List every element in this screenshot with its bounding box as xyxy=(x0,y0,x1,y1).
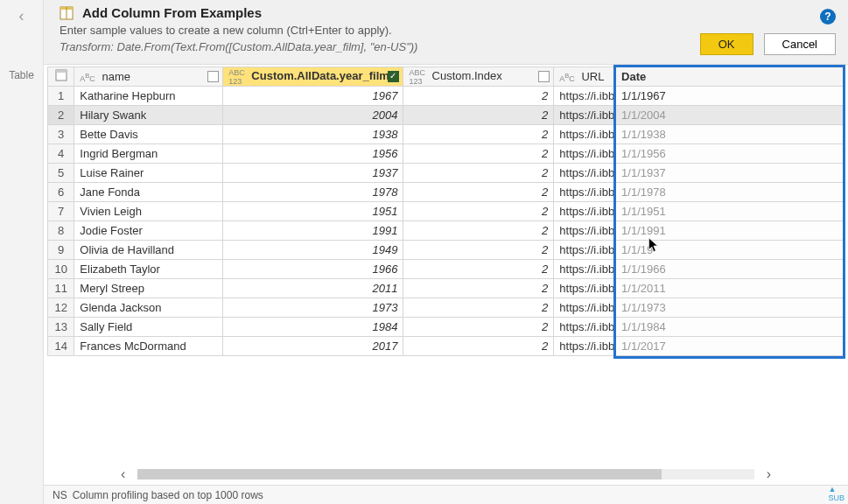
row-number-header[interactable] xyxy=(48,67,74,87)
cell-date[interactable]: 1/1/1938 xyxy=(616,125,844,144)
cell-date[interactable]: 1/1/2011 xyxy=(616,279,844,298)
cell-year[interactable]: 2011 xyxy=(223,279,403,298)
scroll-thumb[interactable] xyxy=(137,469,662,480)
table-row[interactable]: 5Luise Rainer19372https://i.ibb1/1/1937 xyxy=(48,164,844,183)
ok-button[interactable]: OK xyxy=(700,33,753,55)
cell-year[interactable]: 1949 xyxy=(223,241,403,260)
cell-name[interactable]: Bette Davis xyxy=(74,125,223,144)
table-row[interactable]: 6Jane Fonda19782https://i.ibb1/1/1978 xyxy=(48,183,844,202)
cell-url[interactable]: https://i.ibb xyxy=(554,241,616,260)
cell-index[interactable]: 2 xyxy=(403,318,554,337)
row-number[interactable]: 2 xyxy=(48,106,74,125)
cell-date[interactable]: 1/1/1967 xyxy=(616,87,844,106)
row-number[interactable]: 3 xyxy=(48,125,74,144)
cell-url[interactable]: https://i.ibb xyxy=(554,87,616,106)
row-number[interactable]: 11 xyxy=(48,279,74,298)
cell-url[interactable]: https://i.ibb xyxy=(554,298,616,318)
cell-index[interactable]: 2 xyxy=(403,337,554,356)
cell-date[interactable]: 1/1/19 xyxy=(616,241,844,260)
cell-year[interactable]: 2017 xyxy=(223,337,403,356)
column-checkbox-checked[interactable] xyxy=(388,71,399,82)
horizontal-scrollbar[interactable]: ‹ › xyxy=(44,464,848,485)
cell-date[interactable]: 1/1/1966 xyxy=(616,260,844,279)
table-row[interactable]: 7Vivien Leigh19512https://i.ibb1/1/1951 xyxy=(48,202,844,221)
cell-index[interactable]: 2 xyxy=(403,164,554,183)
cell-url[interactable]: https://i.ibb xyxy=(554,125,616,144)
cell-url[interactable]: https://i.ibb xyxy=(554,164,616,183)
column-header-url[interactable]: ABC URL xyxy=(554,67,616,87)
row-number[interactable]: 13 xyxy=(48,318,74,337)
cell-index[interactable]: 2 xyxy=(403,87,554,106)
cell-name[interactable]: Frances McDormand xyxy=(74,337,223,356)
cell-year[interactable]: 1956 xyxy=(223,144,403,164)
table-row[interactable]: 8Jodie Foster19912https://i.ibb1/1/1991 xyxy=(48,221,844,241)
cell-date[interactable]: 1/1/1951 xyxy=(616,202,844,221)
column-header-name[interactable]: ABC name xyxy=(74,67,223,87)
cell-index[interactable]: 2 xyxy=(403,106,554,125)
table-row[interactable]: 11Meryl Streep20112https://i.ibb1/1/2011 xyxy=(48,279,844,298)
cell-year[interactable]: 1937 xyxy=(223,164,403,183)
cell-url[interactable]: https://i.ibb xyxy=(554,144,616,164)
row-number[interactable]: 8 xyxy=(48,221,74,241)
cell-name[interactable]: Ingrid Bergman xyxy=(74,144,223,164)
column-checkbox[interactable] xyxy=(538,71,550,82)
cell-name[interactable]: Vivien Leigh xyxy=(74,202,223,221)
cell-date[interactable]: 1/1/1937 xyxy=(616,164,844,183)
table-row[interactable]: 12Glenda Jackson19732https://i.ibb1/1/19… xyxy=(48,298,844,318)
table-row[interactable]: 4Ingrid Bergman19562https://i.ibb1/1/195… xyxy=(48,144,844,164)
cell-year[interactable]: 1967 xyxy=(223,87,403,106)
table-row[interactable]: 9Olivia de Havilland19492https://i.ibb1/… xyxy=(48,241,844,260)
row-number[interactable]: 1 xyxy=(48,87,74,106)
cell-url[interactable]: https://i.ibb xyxy=(554,183,616,202)
cell-date[interactable]: 1/1/1978 xyxy=(616,183,844,202)
cell-index[interactable]: 2 xyxy=(403,183,554,202)
table-row[interactable]: 10Elizabeth Taylor19662https://i.ibb1/1/… xyxy=(48,260,844,279)
back-icon[interactable]: ‹ xyxy=(19,7,25,25)
cell-year[interactable]: 1973 xyxy=(223,298,403,318)
cell-year[interactable]: 1951 xyxy=(223,202,403,221)
column-header-year-film[interactable]: ABC123 Custom.AllData.year_film xyxy=(223,67,403,87)
cell-url[interactable]: https://i.ibb xyxy=(554,337,616,356)
cell-index[interactable]: 2 xyxy=(403,260,554,279)
cell-date[interactable]: 1/1/1984 xyxy=(616,318,844,337)
column-header-date[interactable]: Date xyxy=(616,67,844,87)
cell-date[interactable]: 1/1/1973 xyxy=(616,298,844,318)
scroll-right-icon[interactable]: › xyxy=(760,466,778,482)
cell-date[interactable]: 1/1/1991 xyxy=(616,221,844,241)
row-number[interactable]: 10 xyxy=(48,260,74,279)
cell-name[interactable]: Hilary Swank xyxy=(74,106,223,125)
cell-date[interactable]: 1/1/2004 xyxy=(616,106,844,125)
column-checkbox[interactable] xyxy=(207,71,219,82)
cell-name[interactable]: Glenda Jackson xyxy=(74,298,223,318)
row-number[interactable]: 14 xyxy=(48,337,74,356)
cell-name[interactable]: Olivia de Havilland xyxy=(74,241,223,260)
row-number[interactable]: 12 xyxy=(48,298,74,318)
cell-index[interactable]: 2 xyxy=(403,221,554,241)
cell-url[interactable]: https://i.ibb xyxy=(554,106,616,125)
cell-name[interactable]: Elizabeth Taylor xyxy=(74,260,223,279)
cell-name[interactable]: Meryl Streep xyxy=(74,279,223,298)
row-number[interactable]: 4 xyxy=(48,144,74,164)
cell-index[interactable]: 2 xyxy=(403,202,554,221)
cell-year[interactable]: 1984 xyxy=(223,318,403,337)
help-icon[interactable]: ? xyxy=(820,9,836,24)
cell-year[interactable]: 1978 xyxy=(223,183,403,202)
table-row[interactable]: 1Katharine Hepburn19672https://i.ibb1/1/… xyxy=(48,87,844,106)
cell-url[interactable]: https://i.ibb xyxy=(554,202,616,221)
cell-index[interactable]: 2 xyxy=(403,125,554,144)
cell-url[interactable]: https://i.ibb xyxy=(554,318,616,337)
cell-url[interactable]: https://i.ibb xyxy=(554,279,616,298)
cell-date[interactable]: 1/1/2017 xyxy=(616,337,844,356)
cell-year[interactable]: 1966 xyxy=(223,260,403,279)
row-number[interactable]: 7 xyxy=(48,202,74,221)
cell-name[interactable]: Katharine Hepburn xyxy=(74,87,223,106)
column-header-index[interactable]: ABC123 Custom.Index xyxy=(403,67,554,87)
scroll-left-icon[interactable]: ‹ xyxy=(114,466,132,482)
cell-date[interactable]: 1/1/1956 xyxy=(616,144,844,164)
cell-url[interactable]: https://i.ibb xyxy=(554,221,616,241)
table-row[interactable]: 3Bette Davis19382https://i.ibb1/1/1938 xyxy=(48,125,844,144)
scroll-track[interactable] xyxy=(137,469,753,480)
cancel-button[interactable]: Cancel xyxy=(764,33,836,55)
row-number[interactable]: 5 xyxy=(48,164,74,183)
cell-year[interactable]: 2004 xyxy=(223,106,403,125)
